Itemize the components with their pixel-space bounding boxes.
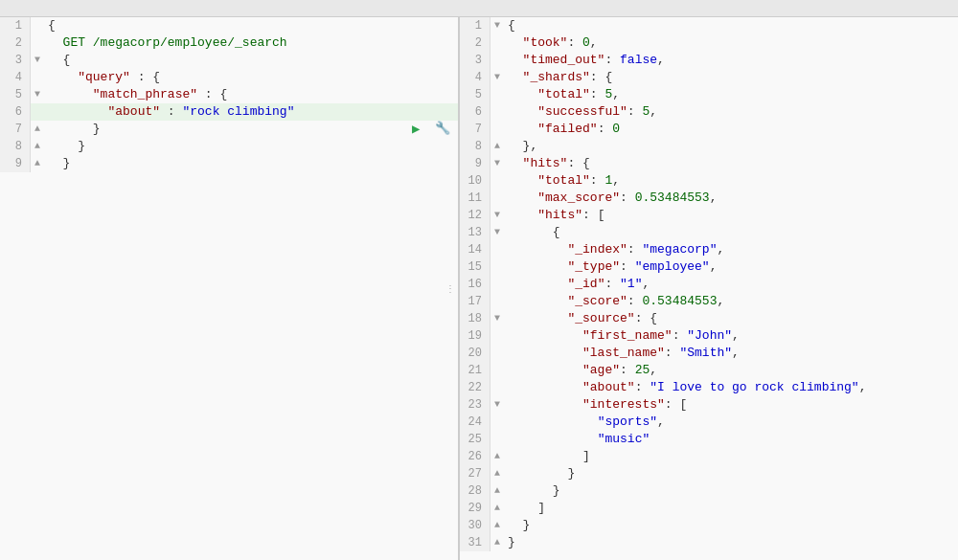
line-content: "about": "I love to go rock climbing", xyxy=(504,379,958,396)
line-number: 17 xyxy=(460,293,490,310)
table-row: 1▼{ xyxy=(460,17,958,34)
table-row: 19 "first_name": "John", xyxy=(460,327,958,345)
table-row: 8▲ }, xyxy=(460,138,958,155)
line-number: 20 xyxy=(460,345,490,362)
line-content: "_shards": { xyxy=(504,69,958,86)
fold-indicator[interactable]: ▲ xyxy=(31,155,44,172)
fold-indicator[interactable]: ▼ xyxy=(490,396,504,414)
table-row: 7 "failed": 0 xyxy=(460,121,958,138)
table-row: 3 "timed_out": false, xyxy=(460,52,958,69)
line-number: 28 xyxy=(460,482,490,500)
line-number: 4 xyxy=(0,69,31,86)
table-row: 25 "music" xyxy=(460,431,958,448)
right-code-area: 1▼{2 "took": 0,3 "timed_out": false,4▼ "… xyxy=(460,17,958,560)
line-content: "_index": "megacorp", xyxy=(504,241,958,258)
line-content: "hits": [ xyxy=(504,207,958,224)
line-number: 14 xyxy=(460,241,490,258)
table-row: 12▼ "hits": [ xyxy=(460,207,958,224)
fold-indicator[interactable]: ▼ xyxy=(31,86,44,103)
line-number: 1 xyxy=(0,17,31,34)
fold-indicator[interactable]: ▼ xyxy=(490,17,504,34)
table-row: 29▲ ] xyxy=(460,500,958,517)
table-row: 28▲ } xyxy=(460,482,958,500)
line-content: { xyxy=(44,17,458,34)
table-row: 9▼ "hits": { xyxy=(460,155,958,172)
fold-indicator[interactable]: ▼ xyxy=(490,310,504,327)
fold-indicator[interactable]: ▼ xyxy=(490,155,504,172)
right-panel: 1▼{2 "took": 0,3 "timed_out": false,4▼ "… xyxy=(460,17,958,560)
line-number: 23 xyxy=(460,396,490,414)
fold-indicator[interactable]: ▲ xyxy=(31,138,44,155)
line-number: 5 xyxy=(460,86,490,103)
line-content: "last_name": "Smith", xyxy=(504,345,958,362)
fold-indicator[interactable]: ▼ xyxy=(490,207,504,224)
line-number: 30 xyxy=(460,517,490,534)
line-number: 6 xyxy=(0,103,31,121)
line-number: 21 xyxy=(460,362,490,379)
line-content: "match_phrase" : { xyxy=(44,86,458,103)
fold-indicator[interactable]: ▲ xyxy=(31,121,44,138)
table-row: 7▲ } xyxy=(0,121,458,138)
drag-handle[interactable]: ⋮⋮ xyxy=(452,17,458,560)
table-row: 27▲ } xyxy=(460,465,958,482)
line-content: "total": 5, xyxy=(504,86,958,103)
fold-indicator[interactable]: ▲ xyxy=(490,138,504,155)
line-number: 13 xyxy=(460,224,490,241)
table-row: 5 "total": 5, xyxy=(460,86,958,103)
line-number: 31 xyxy=(460,534,490,551)
table-row: 22 "about": "I love to go rock climbing"… xyxy=(460,379,958,396)
line-content: "sports", xyxy=(504,414,958,431)
line-number: 12 xyxy=(460,207,490,224)
editor-container: 1{2 GET /megacorp/employee/_search3▼ {4 … xyxy=(0,17,958,560)
line-content: { xyxy=(504,17,958,34)
line-content: } xyxy=(44,155,458,172)
fold-indicator[interactable]: ▲ xyxy=(490,534,504,551)
fold-indicator[interactable]: ▲ xyxy=(490,500,504,517)
line-content: } xyxy=(44,121,458,138)
line-content: "max_score": 0.53484553, xyxy=(504,190,958,207)
fold-indicator[interactable]: ▲ xyxy=(490,517,504,534)
table-row: 13▼ { xyxy=(460,224,958,241)
line-number: 18 xyxy=(460,310,490,327)
table-row: 6 "about" : "rock climbing" xyxy=(0,103,458,121)
line-number: 9 xyxy=(460,155,490,172)
fold-indicator[interactable]: ▼ xyxy=(31,52,44,69)
fold-indicator[interactable]: ▼ xyxy=(490,69,504,86)
table-row: 26▲ ] xyxy=(460,448,958,465)
table-row: 15 "_type": "employee", xyxy=(460,258,958,276)
line-number: 2 xyxy=(460,34,490,52)
line-content: } xyxy=(504,517,958,534)
line-content: "_type": "employee", xyxy=(504,258,958,276)
play-button[interactable]: ▶ xyxy=(412,121,431,136)
line-content: GET /megacorp/employee/_search xyxy=(44,34,458,52)
table-row: 20 "last_name": "Smith", xyxy=(460,345,958,362)
line-number: 8 xyxy=(0,138,31,155)
line-content: "_source": { xyxy=(504,310,958,327)
line-number: 29 xyxy=(460,500,490,517)
fold-indicator[interactable]: ▲ xyxy=(490,465,504,482)
fold-indicator[interactable]: ▲ xyxy=(490,482,504,500)
line-number: 6 xyxy=(460,103,490,121)
line-content: "timed_out": false, xyxy=(504,52,958,69)
line-content: { xyxy=(44,52,458,69)
table-row: 11 "max_score": 0.53484553, xyxy=(460,190,958,207)
line-number: 26 xyxy=(460,448,490,465)
fold-indicator[interactable]: ▲ xyxy=(490,448,504,465)
line-content: } xyxy=(44,138,458,155)
table-row: 4▼ "_shards": { xyxy=(460,69,958,86)
table-row: 2 GET /megacorp/employee/_search xyxy=(0,34,458,52)
line-content: "failed": 0 xyxy=(504,121,958,138)
left-code-area: 1{2 GET /megacorp/employee/_search3▼ {4 … xyxy=(0,17,458,560)
line-content: "_score": 0.53484553, xyxy=(504,293,958,310)
line-number: 2 xyxy=(0,34,31,52)
table-row: 6 "successful": 5, xyxy=(460,103,958,121)
table-row: 4 "query" : { xyxy=(0,69,458,86)
wrench-button[interactable]: 🔧 xyxy=(435,121,450,136)
left-panel: 1{2 GET /megacorp/employee/_search3▼ {4 … xyxy=(0,17,460,560)
line-content: "about" : "rock climbing" xyxy=(44,103,458,121)
line-content: "hits": { xyxy=(504,155,958,172)
line-number: 11 xyxy=(460,190,490,207)
table-row: 31▲} xyxy=(460,534,958,551)
fold-indicator[interactable]: ▼ xyxy=(490,224,504,241)
line-content: } xyxy=(504,465,958,482)
